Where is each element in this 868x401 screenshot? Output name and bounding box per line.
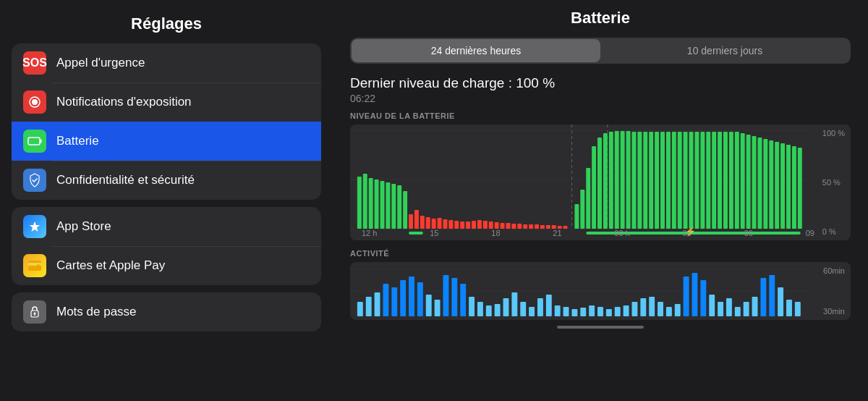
svg-rect-83 xyxy=(752,136,757,229)
x-label-21: 21 xyxy=(553,229,561,237)
sidebar-group-3: Mots de passe xyxy=(12,292,321,332)
svg-rect-125 xyxy=(597,307,603,316)
svg-rect-52 xyxy=(574,204,579,229)
battery-chart-section: NIVEAU DE LA BATTERIE xyxy=(350,111,851,240)
sidebar-item-battery[interactable]: Batterie xyxy=(12,122,321,161)
x-label-06: 06 xyxy=(744,229,753,237)
svg-rect-59 xyxy=(615,131,619,229)
sidebar: Réglages SOS Appel d'urgence Notificatio… xyxy=(0,0,333,401)
svg-rect-15 xyxy=(409,214,413,229)
svg-rect-24 xyxy=(460,221,464,229)
svg-rect-46 xyxy=(375,180,379,229)
x-label-00h: 00 h xyxy=(614,229,629,237)
svg-rect-121 xyxy=(563,307,569,316)
svg-rect-108 xyxy=(451,278,457,316)
sidebar-item-appstore[interactable]: App Store xyxy=(12,207,321,246)
svg-rect-49 xyxy=(391,184,396,229)
y-label-60min: 60min xyxy=(823,266,845,275)
svg-rect-71 xyxy=(684,132,688,229)
sidebar-item-wallet[interactable]: Cartes et Apple Pay xyxy=(12,246,321,285)
svg-rect-86 xyxy=(769,140,773,229)
svg-rect-57 xyxy=(603,133,608,229)
svg-rect-20 xyxy=(438,218,442,229)
svg-rect-89 xyxy=(786,145,791,229)
x-label-03: 03 xyxy=(683,229,692,237)
svg-rect-135 xyxy=(684,277,689,316)
svg-rect-127 xyxy=(615,307,621,316)
svg-rect-140 xyxy=(726,298,732,316)
svg-rect-104 xyxy=(417,282,423,316)
svg-rect-33 xyxy=(511,224,516,229)
svg-rect-113 xyxy=(495,304,501,316)
svg-rect-91 xyxy=(798,148,802,229)
tab-10d[interactable]: 10 derniers jours xyxy=(600,39,849,62)
svg-rect-136 xyxy=(692,273,698,316)
svg-rect-17 xyxy=(420,216,425,229)
svg-rect-130 xyxy=(640,298,646,316)
sidebar-item-label: Appel d'urgence xyxy=(56,56,145,70)
svg-rect-110 xyxy=(469,297,475,316)
svg-rect-77 xyxy=(718,132,722,229)
svg-rect-128 xyxy=(624,305,629,316)
sidebar-item-privacy[interactable]: Confidentialité et sécurité xyxy=(12,161,321,200)
exposure-icon xyxy=(23,90,46,114)
svg-rect-70 xyxy=(678,132,682,229)
svg-rect-117 xyxy=(529,307,535,316)
svg-rect-78 xyxy=(723,132,728,229)
svg-rect-76 xyxy=(712,132,716,229)
svg-rect-26 xyxy=(472,221,476,229)
charge-time: 06:22 xyxy=(350,93,851,104)
svg-rect-105 xyxy=(426,295,432,316)
svg-rect-145 xyxy=(769,275,775,316)
svg-rect-18 xyxy=(426,217,430,229)
scroll-bar xyxy=(557,326,644,329)
svg-rect-66 xyxy=(655,132,659,229)
svg-rect-6 xyxy=(37,265,40,268)
y-label-50: 50 % xyxy=(822,178,845,187)
svg-rect-65 xyxy=(649,132,653,229)
battery-chart-label: NIVEAU DE LA BATTERIE xyxy=(350,111,851,120)
battery-chart-container: ⚡ 100 % 50 % 0 % 12 h 15 18 21 00 h 03 0… xyxy=(350,124,851,240)
svg-rect-122 xyxy=(571,309,577,316)
svg-rect-118 xyxy=(537,298,543,316)
scroll-indicator xyxy=(350,326,851,329)
svg-rect-143 xyxy=(752,297,758,316)
passwords-icon xyxy=(23,300,46,324)
tabs-container: 24 dernières heures 10 derniers jours xyxy=(350,38,851,64)
svg-rect-23 xyxy=(454,221,459,229)
svg-rect-129 xyxy=(631,302,637,316)
tab-24h[interactable]: 24 dernières heures xyxy=(352,39,600,62)
svg-rect-19 xyxy=(432,219,436,229)
sidebar-item-exposure[interactable]: Notifications d'exposition xyxy=(12,83,321,122)
svg-rect-3 xyxy=(41,140,42,143)
svg-rect-111 xyxy=(477,302,483,316)
svg-rect-146 xyxy=(778,287,783,316)
panel-title: Batterie xyxy=(350,9,851,38)
svg-rect-134 xyxy=(675,304,681,316)
svg-rect-131 xyxy=(649,297,655,316)
svg-rect-88 xyxy=(780,143,785,229)
sidebar-item-passwords[interactable]: Mots de passe xyxy=(12,292,321,332)
battery-chart-svg: ⚡ xyxy=(350,124,851,240)
sidebar-title: Réglages xyxy=(12,6,321,43)
svg-rect-67 xyxy=(660,132,665,229)
svg-rect-142 xyxy=(744,302,749,316)
svg-rect-54 xyxy=(586,168,590,229)
svg-rect-45 xyxy=(369,178,373,229)
sidebar-item-emergency[interactable]: SOS Appel d'urgence xyxy=(12,43,321,83)
svg-rect-48 xyxy=(386,182,390,229)
svg-rect-141 xyxy=(735,307,741,316)
svg-rect-115 xyxy=(511,292,517,316)
sidebar-item-label: Mots de passe xyxy=(56,305,137,319)
battery-icon xyxy=(23,130,46,153)
svg-rect-87 xyxy=(775,142,779,229)
sidebar-item-label: Confidentialité et sécurité xyxy=(56,173,195,187)
svg-rect-81 xyxy=(741,133,745,229)
svg-rect-132 xyxy=(658,302,663,316)
sidebar-group-2: App Store Cartes et Apple Pay xyxy=(12,207,321,285)
activity-label: ACTIVITÉ xyxy=(350,249,851,258)
svg-rect-85 xyxy=(763,139,767,229)
svg-rect-47 xyxy=(380,181,385,229)
svg-rect-16 xyxy=(414,210,419,229)
x-label-18: 18 xyxy=(491,229,500,237)
